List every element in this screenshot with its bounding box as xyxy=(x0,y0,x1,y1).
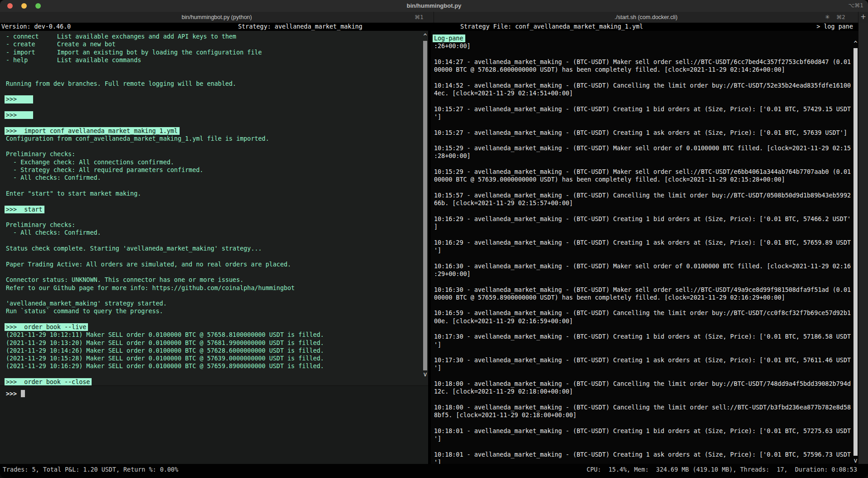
terminal-row xyxy=(434,419,847,427)
terminal-row: 10:14:52 - avellaneda_market_making - (B… xyxy=(434,82,847,89)
scroll-down-indicator: v xyxy=(853,457,858,464)
terminal-row: 10:17:30 - avellaneda_market_making - (B… xyxy=(434,356,847,364)
terminal-row xyxy=(434,325,847,333)
terminal-row: >>> import conf_avellaneda_market_making… xyxy=(6,127,416,135)
command-input[interactable]: >>> xyxy=(6,390,25,398)
terminal-row xyxy=(6,88,416,95)
terminal-row xyxy=(6,370,416,378)
terminal-row xyxy=(434,443,847,450)
terminal-row xyxy=(434,349,847,356)
log-pane[interactable]: Strategy File: conf_avellaneda_market_ma… xyxy=(431,23,858,464)
terminal-row: Configuration from conf_avellaneda_marke… xyxy=(6,135,416,143)
terminal-row: Connector status: UNKNOWN. This connecto… xyxy=(6,276,416,284)
terminal-row: Paper Trading Active: All orders are sim… xyxy=(6,261,416,268)
terminal-row xyxy=(6,252,416,260)
terminal-row xyxy=(6,64,416,72)
terminal-row: - help List available commands xyxy=(6,56,416,64)
terminal-row: >>> xyxy=(6,111,416,119)
terminal-row xyxy=(434,231,847,238)
terminal-row xyxy=(434,207,847,215)
prompt-label: >>> xyxy=(6,390,17,397)
tab-docker-cli[interactable]: ./start.sh (com.docker.cli) ✳ ⌘2 xyxy=(434,12,858,23)
terminal-row: 10:15:29 - avellaneda_market_making - (B… xyxy=(434,144,847,152)
log-pane-label: > log pane xyxy=(816,23,853,31)
scroll-up-indicator: ^ xyxy=(422,33,428,40)
highlighted-command: >>> xyxy=(5,111,33,119)
terminal-row: ] xyxy=(434,223,847,231)
terminal-window: bin/hummingbot.py ⌥⌘1 bin/hummingbot.py … xyxy=(0,0,868,478)
terminal-row: Running from dev branches. Full remote l… xyxy=(6,80,416,88)
terminal-row: - Strategy check: All required parameter… xyxy=(6,166,416,174)
highlighted-command: >>> order_book --close xyxy=(5,378,92,386)
terminal-row: '] xyxy=(434,458,847,464)
command-input-area[interactable]: >>> xyxy=(0,385,428,464)
terminal-row: '] xyxy=(434,435,847,443)
tab-shortcut-hint: ⌘2 xyxy=(836,14,845,20)
right-pane-header: Strategy File: conf_avellaneda_market_ma… xyxy=(431,23,858,31)
window-shortcut-hint: ⌥⌘1 xyxy=(848,2,863,9)
terminal-row: :28+00:00] xyxy=(434,152,847,160)
terminal-row: 00000 BTC @ 57639.0000000000 USDT) has b… xyxy=(434,176,847,183)
scrollbar-thumb[interactable] xyxy=(423,41,427,370)
log-output: Log-pane:26+00:00]10:14:27 - avellaneda_… xyxy=(434,34,847,464)
terminal-row: - create Create a new bot xyxy=(6,40,416,48)
terminal-row: - import Import an existing bot by loadi… xyxy=(6,49,416,56)
terminal-row: 12c. [clock=2021-11-29 02:18:00+00:00] xyxy=(434,388,847,395)
scrollbar-thumb[interactable] xyxy=(853,48,858,456)
terminal-row: - Exchange check: All connections confir… xyxy=(6,158,416,166)
cli-output: - connect List available exchanges and a… xyxy=(6,33,416,386)
strategy-file-label: Strategy File: conf_avellaneda_market_ma… xyxy=(460,23,643,31)
terminal-row xyxy=(6,119,416,127)
right-scrollbar[interactable]: ^ v xyxy=(853,23,858,464)
new-tab-button[interactable]: + xyxy=(858,12,868,23)
highlighted-command: >>> start xyxy=(5,206,44,213)
terminal-row xyxy=(6,237,416,245)
terminal-row: 66b. [clock=2021-11-29 02:15:57+00:00] xyxy=(434,199,847,207)
terminal-row: (2021-11-29 10:16:29) Maker SELL order 0… xyxy=(6,362,416,370)
text-cursor xyxy=(21,390,25,397)
window-titlebar[interactable]: bin/hummingbot.py ⌥⌘1 xyxy=(0,0,868,12)
strategy-label: Strategy: avellaneda_market_making xyxy=(238,23,362,31)
terminal-row: 10:15:27 - avellaneda_market_making - (B… xyxy=(434,105,847,113)
terminal-row: >>> start xyxy=(6,206,416,213)
activity-spinner-icon: ✳ xyxy=(825,14,830,20)
scroll-down-indicator: v xyxy=(422,370,428,378)
terminal-row xyxy=(434,184,847,192)
terminal-row: >>> order_book --live xyxy=(6,323,416,331)
highlighted-command: Log-pane xyxy=(433,34,465,42)
terminal-row: (2021-11-29 10:15:28) Maker SELL order 0… xyxy=(6,355,416,362)
window-edge-strip xyxy=(858,23,868,464)
terminal-row xyxy=(434,278,847,286)
terminal-row: Refer to our Github page for more info: … xyxy=(6,284,416,292)
terminal-row: :26+00:00] xyxy=(434,42,847,50)
terminal-row xyxy=(6,182,416,190)
hummingbot-cli-pane[interactable]: Version: dev-0.46.0 Strategy: avellaneda… xyxy=(0,23,428,464)
terminal-row xyxy=(6,103,416,111)
tab-hummingbot[interactable]: bin/hummingbot.py (python) ⌘1 xyxy=(0,12,434,23)
terminal-row xyxy=(434,50,847,58)
terminal-row xyxy=(6,72,416,79)
terminal-row: Status check complete. Starting 'avellan… xyxy=(6,245,416,252)
terminal-row: 10:14:27 - avellaneda_market_making - (B… xyxy=(434,58,847,66)
terminal-row: 10:15:27 - avellaneda_market_making - (B… xyxy=(434,129,847,137)
terminal-row: (2021-11-29 10:12:11) Maker SELL order 0… xyxy=(6,331,416,339)
terminal-row: 10:18:01 - avellaneda_market_making - (B… xyxy=(434,451,847,458)
terminal-row xyxy=(434,372,847,380)
terminal-row xyxy=(6,315,416,323)
terminal-row: '] xyxy=(434,246,847,254)
terminal-row: (2021-11-29 10:13:20) Maker SELL order 0… xyxy=(6,339,416,347)
tab-label: ./start.sh (com.docker.cli) xyxy=(434,14,858,20)
terminal-row xyxy=(6,292,416,300)
terminal-row xyxy=(6,213,416,221)
terminal-row: 00000 BTC @ 57628.6000000000 USDT) has b… xyxy=(434,66,847,74)
terminal-row xyxy=(6,143,416,150)
tab-shortcut-hint: ⌘1 xyxy=(414,14,424,20)
terminal-row: '] xyxy=(434,364,847,372)
screen: bin/hummingbot.py ⌥⌘1 bin/hummingbot.py … xyxy=(0,0,868,478)
terminal-row: 10:16:29 - avellaneda_market_making - (B… xyxy=(434,239,847,246)
terminal-row: 10:16:59 - avellaneda_market_making - (B… xyxy=(434,309,847,317)
tab-bar: bin/hummingbot.py (python) ⌘1 ./start.sh… xyxy=(0,12,868,23)
terminal-row: 10:17:30 - avellaneda_market_making - (B… xyxy=(434,333,847,340)
highlighted-command: >>> order_book --live xyxy=(5,323,88,331)
scroll-up-indicator: ^ xyxy=(853,40,858,48)
